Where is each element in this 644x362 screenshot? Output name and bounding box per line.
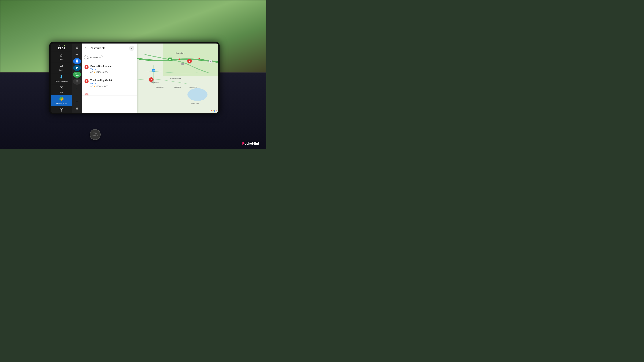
item-2-info: The Landing On 20 8 min 3.5 ★ (68) · $20… xyxy=(90,79,112,88)
nav-android-auto-label: Android Auto xyxy=(56,103,66,105)
item-2-name: The Landing On 20 xyxy=(90,79,112,81)
item-1-price: $100+ xyxy=(102,71,108,73)
vol-label: VOL xyxy=(90,132,100,134)
nav-fm-label: FM xyxy=(60,91,62,94)
layers-button[interactable] xyxy=(73,106,81,112)
back-icon: ↩ xyxy=(60,64,63,69)
svg-text:Schoharie Turnpike: Schoharie Turnpike xyxy=(170,78,181,79)
panel-close-button[interactable] xyxy=(129,46,134,51)
nav-home-label: Home xyxy=(59,58,64,60)
item-2-rating: 3.5 ★ (68) · $20–30 xyxy=(90,85,112,88)
nav-android-auto[interactable]: Android Auto xyxy=(51,95,72,106)
item-1-header: 1 Bear's Steakhouse 7 min 4.8 ★ (313) · … xyxy=(84,65,134,73)
vol-audio-knob[interactable]: VOL AUDIO xyxy=(90,129,100,140)
svg-text:Duane Lake: Duane Lake xyxy=(191,102,199,104)
map-pin-2-label: 2 xyxy=(189,60,190,62)
svg-text:20: 20 xyxy=(210,61,211,62)
restaurant-item-2[interactable]: 2 The Landing On 20 8 min 3.5 ★ (68) · $… xyxy=(82,76,137,90)
panel-title: Restaurants xyxy=(90,47,129,50)
pandora-app-button[interactable]: P xyxy=(73,65,81,71)
item-2-star: ★ xyxy=(94,85,96,87)
main-content: 88 395 7 Duanesburg Schoharie Turnpike B… xyxy=(82,43,218,113)
item-1-name: Bear's Steakhouse xyxy=(90,65,112,67)
restaurant-list[interactable]: 1 Bear's Steakhouse 7 min 4.8 ★ (313) · … xyxy=(82,62,137,113)
android-auto-icon xyxy=(59,96,64,102)
svg-marker-2 xyxy=(60,97,64,101)
nav-bluetooth[interactable]: Bluetooth Audio xyxy=(51,73,72,84)
item-1-rating: 4.8 ★ (313) · $100+ xyxy=(90,71,112,73)
bluetooth-icon xyxy=(60,75,64,80)
lte-icon: LTE xyxy=(58,45,60,46)
item-2-price: $20–30 xyxy=(101,85,108,87)
nav-home[interactable]: ⌂ Home xyxy=(51,51,72,62)
zoom-in-button[interactable] xyxy=(73,92,81,98)
svg-text:395: 395 xyxy=(152,70,155,71)
fm-icon xyxy=(60,86,64,91)
svg-text:7: 7 xyxy=(182,63,183,65)
item-1-rating-value: 4.8 xyxy=(90,71,93,73)
signal-bars: ▲ xyxy=(61,45,63,46)
settings-button[interactable] xyxy=(73,45,81,51)
item-2-header: 2 The Landing On 20 8 min 3.5 ★ (68) · $… xyxy=(84,79,134,88)
left-nav: LTE ▲ 🔋 19:01 ⌂ Home ↩ Back xyxy=(51,43,72,113)
nav-fm[interactable]: FM xyxy=(51,84,72,95)
item-2-rating-value: 3.5 xyxy=(90,85,93,87)
svg-point-9 xyxy=(187,88,208,101)
google-watermark: Google xyxy=(210,109,216,112)
add-icon xyxy=(60,108,64,113)
svg-text:88: 88 xyxy=(170,58,171,60)
svg-point-1 xyxy=(61,87,62,88)
icon-strip: P xyxy=(72,43,82,113)
svg-text:Bozenkill Rd: Bozenkill Rd xyxy=(152,81,158,83)
zoom-out-button[interactable] xyxy=(73,99,81,105)
clock-display: 19:01 xyxy=(58,47,65,50)
svg-text:Bozenkill Rd: Bozenkill Rd xyxy=(156,86,164,88)
open-now-label: Open Now xyxy=(90,56,100,59)
item-1-badge: 1 xyxy=(84,65,88,69)
nav-back[interactable]: ↩ Back xyxy=(51,62,72,73)
nav-bluetooth-label: Bluetooth Audio xyxy=(55,80,68,83)
battery-icon: 🔋 xyxy=(63,45,65,46)
item-1-duration: 7 min xyxy=(90,68,112,70)
pocketlint-p: P xyxy=(242,142,244,145)
nav-add[interactable]: Press & Hold to Add xyxy=(51,106,72,113)
item-2-duration: 8 min xyxy=(90,82,112,85)
restaurant-item-1[interactable]: 1 Bear's Steakhouse 7 min 4.8 ★ (313) · … xyxy=(82,62,137,76)
svg-text:Bozenkill Rd: Bozenkill Rd xyxy=(189,86,196,88)
panel-back-button[interactable] xyxy=(84,46,88,51)
pocketlint-text: ocket-lint xyxy=(244,142,259,145)
nav-back-label: Back xyxy=(59,69,63,71)
svg-text:Bozenkill Rd: Bozenkill Rd xyxy=(174,86,181,88)
restaurant-panel: Restaurants Open Now xyxy=(82,43,137,113)
svg-point-26 xyxy=(178,58,180,60)
open-now-filter[interactable]: Open Now xyxy=(84,55,103,60)
screen-bezel: LTE ▲ 🔋 19:01 ⌂ Home ↩ Back xyxy=(50,42,220,114)
home-icon: ⌂ xyxy=(60,53,62,58)
signal-row: LTE ▲ 🔋 xyxy=(58,45,65,46)
map-pin-2[interactable]: 2 xyxy=(187,59,192,63)
restaurant-item-3-partial[interactable]: 3 xyxy=(82,90,137,96)
audio-label: AUDIO xyxy=(90,134,100,136)
pocketlint-watermark: Pocket-lint xyxy=(242,142,259,146)
volume-button[interactable] xyxy=(73,51,81,57)
mic-button[interactable] xyxy=(73,78,81,84)
time-display: LTE ▲ 🔋 19:01 xyxy=(51,43,72,51)
item-1-info: Bear's Steakhouse 7 min 4.8 ★ (313) · $1… xyxy=(90,65,112,73)
svg-text:Duanesburg: Duanesburg xyxy=(176,52,184,54)
item-2-badge: 2 xyxy=(84,79,88,83)
screen-inner: LTE ▲ 🔋 19:01 ⌂ Home ↩ Back xyxy=(51,43,218,113)
maps-app-button[interactable] xyxy=(73,58,81,64)
map-pin-1-label: 1 xyxy=(151,78,152,81)
phone-app-button[interactable] xyxy=(73,72,81,78)
svg-point-27 xyxy=(198,58,200,59)
map-pin-1[interactable]: 1 xyxy=(149,77,154,82)
compass-button[interactable] xyxy=(73,85,81,91)
panel-header: Restaurants xyxy=(82,43,137,53)
filter-row: Open Now xyxy=(82,53,137,62)
item-1-star: ★ xyxy=(94,71,96,73)
